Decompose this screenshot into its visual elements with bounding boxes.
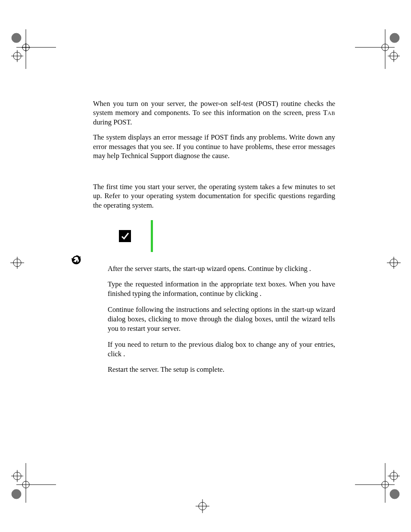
callout-divider: [151, 220, 153, 252]
procedure-steps: After the server starts, the start-up wi…: [108, 264, 335, 374]
svg-point-29: [390, 489, 399, 499]
body-paragraph: When you turn on your server, the power-…: [93, 99, 335, 127]
svg-point-0: [12, 33, 21, 43]
svg-point-9: [390, 33, 399, 43]
body-text: When you turn on your server, the power-…: [93, 100, 335, 117]
crop-mark-icon: [4, 254, 30, 271]
crop-mark-icon: [9, 43, 34, 69]
crop-mark-icon: [381, 254, 407, 271]
tip-callout: [119, 219, 335, 253]
key-label: Tab: [323, 109, 335, 117]
arrow-right-icon: [71, 254, 82, 265]
crop-mark-icon: [9, 463, 34, 489]
step-text: After the server starts, the start-up wi…: [108, 264, 335, 274]
step-text: Restart the server. The setup is complet…: [108, 365, 335, 374]
page-content: When you turn on your server, the power-…: [93, 99, 335, 380]
crop-mark-icon: [190, 493, 215, 519]
body-paragraph: The system displays an error message if …: [93, 133, 335, 160]
step-text: If you need to return to the previous di…: [108, 340, 335, 359]
body-text: during POST.: [93, 118, 132, 126]
svg-point-22: [12, 489, 21, 499]
crop-mark-icon: [377, 43, 402, 69]
step-text: Continue following the instructions and …: [108, 305, 335, 334]
crop-mark-icon: [377, 463, 402, 489]
body-paragraph: The first time you start your server, th…: [93, 182, 335, 210]
step-text: Type the requested information in the ap…: [108, 280, 335, 299]
checkmark-icon: [119, 230, 131, 242]
